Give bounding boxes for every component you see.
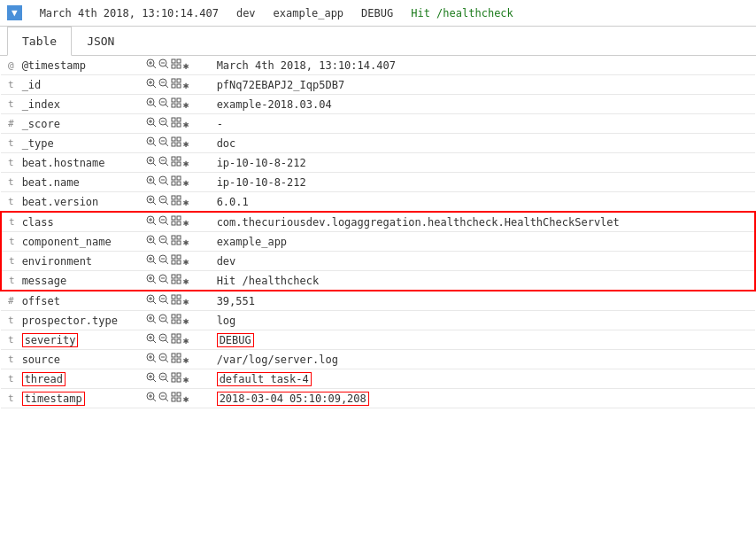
- toggle-column-icon[interactable]: [171, 334, 181, 346]
- field-icons[interactable]: ✱: [143, 56, 213, 75]
- filter-out-icon[interactable]: [158, 176, 169, 189]
- field-icons[interactable]: ✱: [143, 134, 213, 153]
- highlight-icon[interactable]: ✱: [183, 237, 189, 248]
- field-icons[interactable]: ✱: [143, 389, 213, 408]
- filter-out-icon[interactable]: [158, 373, 169, 385]
- filter-for-icon[interactable]: [146, 196, 157, 208]
- toggle-column-icon[interactable]: [171, 196, 181, 208]
- filter-out-icon[interactable]: [158, 255, 169, 268]
- field-icons[interactable]: ✱: [143, 212, 213, 232]
- filter-for-icon[interactable]: [146, 98, 157, 111]
- highlight-icon[interactable]: ✱: [183, 315, 189, 327]
- filter-out-icon[interactable]: [158, 137, 169, 150]
- filter-for-icon[interactable]: [146, 79, 157, 91]
- toggle-column-icon[interactable]: [171, 176, 181, 189]
- filter-out-icon[interactable]: [158, 275, 169, 287]
- highlight-icon[interactable]: ✱: [183, 354, 189, 366]
- field-icons[interactable]: ✱: [143, 173, 213, 192]
- field-icons[interactable]: ✱: [143, 271, 213, 291]
- highlight-icon[interactable]: ✱: [183, 256, 189, 268]
- toggle-column-icon[interactable]: [171, 137, 181, 150]
- field-icons[interactable]: ✱: [143, 252, 213, 271]
- toggle-column-icon[interactable]: [171, 392, 181, 405]
- field-icons[interactable]: ✱: [143, 369, 213, 389]
- filter-for-icon[interactable]: [146, 118, 157, 130]
- highlight-icon[interactable]: ✱: [183, 119, 189, 130]
- filter-for-icon[interactable]: [146, 157, 157, 169]
- toggle-column-icon[interactable]: [171, 236, 181, 248]
- filter-for-icon[interactable]: [146, 59, 157, 72]
- filter-for-icon[interactable]: [146, 373, 157, 385]
- filter-for-icon[interactable]: [146, 255, 157, 268]
- toggle-column-icon[interactable]: [171, 354, 181, 366]
- highlight-icon[interactable]: ✱: [183, 374, 189, 385]
- highlight-icon[interactable]: ✱: [183, 99, 189, 111]
- filter-for-icon[interactable]: [146, 176, 157, 189]
- filter-out-icon[interactable]: [158, 315, 169, 327]
- filter-for-icon[interactable]: [146, 137, 157, 150]
- filter-out-icon[interactable]: [158, 79, 169, 91]
- filter-out-icon[interactable]: [158, 118, 169, 130]
- toggle-column-icon[interactable]: [171, 157, 181, 169]
- filter-out-icon[interactable]: [158, 392, 169, 405]
- highlight-icon[interactable]: ✱: [183, 217, 189, 229]
- highlight-icon[interactable]: ✱: [183, 296, 189, 307]
- svg-line-23: [153, 105, 156, 107]
- filter-for-icon[interactable]: [146, 315, 157, 327]
- highlight-icon[interactable]: ✱: [183, 138, 189, 150]
- filter-for-icon[interactable]: [146, 275, 157, 287]
- svg-rect-54: [177, 143, 181, 146]
- filter-out-icon[interactable]: [158, 354, 169, 366]
- highlight-icon[interactable]: ✱: [183, 177, 189, 189]
- filter-out-icon[interactable]: [158, 334, 169, 346]
- field-icons[interactable]: ✱: [143, 350, 213, 369]
- toggle-column-icon[interactable]: [171, 373, 181, 385]
- field-icons[interactable]: ✱: [143, 311, 213, 330]
- highlight-icon[interactable]: ✱: [183, 197, 189, 208]
- tab-json[interactable]: JSON: [72, 27, 129, 56]
- toggle-column-icon[interactable]: [171, 275, 181, 287]
- filter-out-icon[interactable]: [158, 236, 169, 248]
- filter-for-icon[interactable]: [146, 392, 157, 405]
- filter-for-icon[interactable]: [146, 334, 157, 346]
- highlight-icon[interactable]: ✱: [183, 335, 189, 346]
- field-icons[interactable]: ✱: [143, 153, 213, 173]
- tab-table[interactable]: Table: [7, 27, 72, 56]
- filter-for-icon[interactable]: [146, 236, 157, 248]
- toggle-column-icon[interactable]: [171, 315, 181, 327]
- svg-rect-29: [172, 98, 175, 102]
- filter-out-icon[interactable]: [158, 157, 169, 169]
- filter-out-icon[interactable]: [158, 98, 169, 111]
- topbar-arrow[interactable]: ▼: [7, 5, 22, 20]
- filter-for-icon[interactable]: [146, 216, 157, 229]
- svg-line-5: [166, 66, 168, 68]
- highlight-icon[interactable]: ✱: [183, 60, 189, 72]
- toggle-column-icon[interactable]: [171, 98, 181, 111]
- field-icons[interactable]: ✱: [143, 232, 213, 252]
- filter-for-icon[interactable]: [146, 295, 157, 307]
- field-icons[interactable]: ✱: [143, 95, 213, 114]
- filter-for-icon[interactable]: [146, 354, 157, 366]
- table-row: tenvironment✱dev: [1, 252, 755, 271]
- toggle-column-icon[interactable]: [171, 255, 181, 268]
- field-icons[interactable]: ✱: [143, 330, 213, 350]
- field-icons[interactable]: ✱: [143, 291, 213, 311]
- filter-out-icon[interactable]: [158, 196, 169, 208]
- field-name: _score: [19, 114, 143, 134]
- filter-out-icon[interactable]: [158, 216, 169, 229]
- filter-out-icon[interactable]: [158, 295, 169, 307]
- highlight-icon[interactable]: ✱: [183, 393, 189, 405]
- field-icons[interactable]: ✱: [143, 75, 213, 95]
- toggle-column-icon[interactable]: [171, 118, 181, 130]
- field-icons[interactable]: ✱: [143, 114, 213, 134]
- toggle-column-icon[interactable]: [171, 216, 181, 229]
- highlight-icon[interactable]: ✱: [183, 80, 189, 91]
- field-name: timestamp: [19, 389, 143, 408]
- toggle-column-icon[interactable]: [171, 59, 181, 72]
- highlight-icon[interactable]: ✱: [183, 276, 189, 287]
- toggle-column-icon[interactable]: [171, 295, 181, 307]
- toggle-column-icon[interactable]: [171, 79, 181, 91]
- field-icons[interactable]: ✱: [143, 192, 213, 213]
- filter-out-icon[interactable]: [158, 59, 169, 72]
- highlight-icon[interactable]: ✱: [183, 158, 189, 169]
